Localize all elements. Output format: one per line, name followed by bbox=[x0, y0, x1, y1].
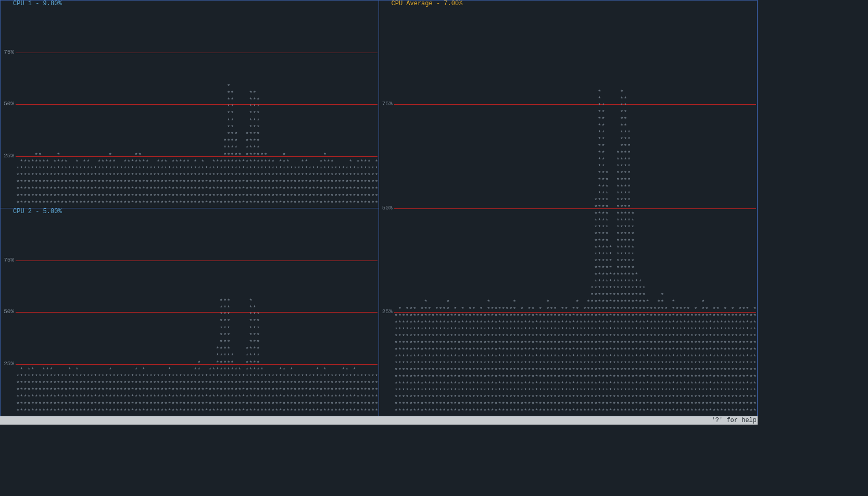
chart-row: * ** *** * * * * * * ** ********* ***** … bbox=[16, 367, 378, 374]
chart-row: *** *** bbox=[16, 326, 378, 332]
chart-row bbox=[16, 250, 378, 257]
chart-row bbox=[395, 75, 757, 82]
chart-row: ****************************************… bbox=[395, 333, 757, 340]
terminal-screen: CPU 1 - 9.80% 75%50%25% bbox=[0, 0, 758, 425]
y-axis-label: 75% bbox=[1, 49, 15, 55]
chart-row: ***** ***** bbox=[395, 258, 757, 265]
chart-row bbox=[16, 243, 378, 250]
chart-row bbox=[16, 35, 378, 42]
chart-row: *** ** bbox=[16, 305, 378, 312]
chart-row bbox=[16, 21, 378, 28]
chart-row: ***** **** bbox=[16, 353, 378, 359]
chart-row: **** ***** bbox=[395, 238, 757, 245]
chart-row bbox=[16, 236, 378, 243]
chart-row: **** ***** bbox=[395, 218, 757, 225]
cpu2-panel[interactable]: CPU 2 - 5.00% 75%50%25% bbox=[0, 208, 379, 416]
y-axis-label: 50% bbox=[379, 205, 394, 211]
chart-row: ************ bbox=[395, 272, 757, 279]
chart-row bbox=[16, 1, 378, 7]
chart-row: ****************************************… bbox=[395, 347, 757, 354]
chart-row bbox=[16, 15, 378, 21]
chart-row bbox=[16, 222, 378, 229]
chart-row: ****************************************… bbox=[16, 408, 378, 415]
chart-row: *** **** bbox=[16, 131, 378, 138]
cpu1-title: CPU 1 - 9.80% bbox=[12, 1, 63, 7]
chart-row: ****************************************… bbox=[16, 380, 378, 387]
chart-row: ****************************************… bbox=[16, 200, 378, 207]
chart-row: ***** ***** bbox=[395, 252, 757, 258]
chart-row: *** **** bbox=[395, 191, 757, 197]
y-axis-label: 25% bbox=[1, 153, 15, 159]
chart-row: ****************************************… bbox=[16, 172, 378, 179]
chart-row: **** **** bbox=[16, 138, 378, 145]
chart-row: ****************************************… bbox=[16, 186, 378, 193]
chart-row: ** ** bbox=[395, 116, 757, 123]
chart-row: ** *** bbox=[395, 130, 757, 137]
chart-row bbox=[16, 270, 378, 277]
chart-row: * * bbox=[395, 89, 757, 96]
chart-row: **** **** bbox=[16, 346, 378, 353]
chart-row: ****************************************… bbox=[395, 320, 757, 327]
chart-row: ****************************************… bbox=[16, 166, 378, 172]
chart-row bbox=[395, 41, 757, 48]
chart-row bbox=[395, 28, 757, 34]
chart-row bbox=[16, 28, 378, 35]
left-column: CPU 1 - 9.80% 75%50%25% bbox=[0, 0, 379, 416]
chart-row bbox=[16, 284, 378, 291]
chart-row bbox=[395, 82, 757, 89]
cpu-avg-panel[interactable]: CPU Average - 7.00% 75%50%25% bbox=[379, 0, 758, 416]
chart-row: ************* bbox=[395, 279, 757, 286]
chart-row: ******** **** * ** ***** ******* *** ***… bbox=[16, 159, 378, 166]
chart-row: **** ***** bbox=[395, 225, 757, 231]
chart-row: ** **** bbox=[395, 150, 757, 157]
chart-row: ** ** bbox=[395, 103, 757, 109]
chart-row: *************** * bbox=[395, 292, 757, 299]
chart-row: ****************************************… bbox=[395, 381, 757, 388]
chart-row: ****************************************… bbox=[395, 361, 757, 367]
chart-row bbox=[16, 208, 378, 215]
chart-row: ****************************************… bbox=[395, 327, 757, 333]
chart-row: ***** ***** bbox=[395, 265, 757, 272]
y-axis-label: 50% bbox=[1, 309, 15, 315]
chart-row: ** *** bbox=[16, 104, 378, 110]
chart-body: *** * *** ** ** bbox=[1, 208, 379, 416]
chart-row: ** *** bbox=[16, 110, 378, 117]
chart-row: * *** *** **** * * ** * ******** * ** * … bbox=[395, 306, 757, 313]
chart-row bbox=[16, 291, 378, 298]
chart-row bbox=[16, 257, 378, 264]
chart-row bbox=[16, 49, 378, 56]
chart-row: ****************************************… bbox=[16, 394, 378, 401]
chart-row bbox=[16, 216, 378, 222]
chart-row: ****************************************… bbox=[16, 387, 378, 394]
chart-body: * ** ** ** bbox=[1, 1, 379, 208]
y-axis-label: 75% bbox=[379, 101, 394, 107]
chart-row: **** ***** bbox=[395, 211, 757, 218]
chart-row bbox=[395, 68, 757, 75]
chart-row: * * * * * * ***************** ** * * bbox=[395, 299, 757, 306]
chart-row: * bbox=[16, 83, 378, 90]
chart-row: *** * bbox=[16, 298, 378, 305]
chart-row: ** ** bbox=[16, 90, 378, 97]
chart-row: ** ** bbox=[395, 123, 757, 130]
chart-row bbox=[16, 63, 378, 69]
chart-row: **** **** bbox=[16, 145, 378, 152]
chart-row bbox=[16, 42, 378, 49]
chart-row: ****************************************… bbox=[16, 401, 378, 408]
chart-row: ** ** bbox=[395, 109, 757, 116]
chart-row bbox=[16, 76, 378, 83]
y-axis-label: 25% bbox=[379, 309, 394, 315]
y-axis-label: 50% bbox=[1, 101, 15, 107]
help-hint: '?' for help bbox=[712, 417, 757, 424]
chart-row: ****************************************… bbox=[395, 374, 757, 381]
chart-row bbox=[16, 264, 378, 270]
cpu2-title: CPU 2 - 5.00% bbox=[12, 208, 63, 215]
y-axis-label: 25% bbox=[1, 361, 15, 367]
chart-row bbox=[16, 56, 378, 63]
chart-row: **** ***** bbox=[395, 231, 757, 238]
chart-row bbox=[395, 34, 757, 41]
chart-row: ** *** bbox=[16, 97, 378, 104]
cpu-avg-title: CPU Average - 7.00% bbox=[391, 1, 464, 7]
chart-row bbox=[395, 61, 757, 68]
cpu1-panel[interactable]: CPU 1 - 9.80% 75%50%25% bbox=[0, 0, 379, 208]
chart-row bbox=[395, 7, 757, 14]
